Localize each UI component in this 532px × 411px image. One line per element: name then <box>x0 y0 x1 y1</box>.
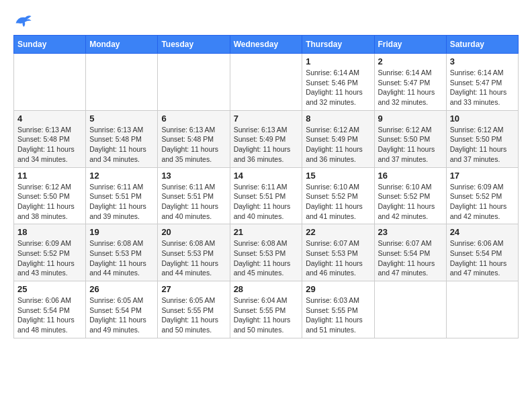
day-info: Sunrise: 6:04 AM Sunset: 5:55 PM Dayligh… <box>234 295 299 335</box>
calendar-week-row: 18Sunrise: 6:09 AM Sunset: 5:52 PM Dayli… <box>14 224 519 281</box>
day-number: 7 <box>234 113 299 124</box>
day-number: 1 <box>306 56 370 66</box>
day-info: Sunrise: 6:03 AM Sunset: 5:55 PM Dayligh… <box>306 295 370 335</box>
day-info: Sunrise: 6:07 AM Sunset: 5:53 PM Dayligh… <box>306 238 370 278</box>
calendar-cell: 6Sunrise: 6:13 AM Sunset: 5:48 PM Daylig… <box>158 110 230 167</box>
day-info: Sunrise: 6:14 AM Sunset: 5:47 PM Dayligh… <box>450 68 515 107</box>
day-info: Sunrise: 6:13 AM Sunset: 5:49 PM Dayligh… <box>234 125 299 165</box>
day-number: 2 <box>378 56 443 66</box>
day-number: 9 <box>378 113 443 124</box>
day-info: Sunrise: 6:11 AM Sunset: 5:51 PM Dayligh… <box>89 182 154 222</box>
day-number: 16 <box>378 171 443 181</box>
col-header-wednesday: Wednesday <box>230 36 302 54</box>
day-number: 22 <box>306 227 370 237</box>
day-number: 24 <box>450 227 515 237</box>
calendar-cell: 7Sunrise: 6:13 AM Sunset: 5:49 PM Daylig… <box>230 110 302 167</box>
calendar-cell: 21Sunrise: 6:08 AM Sunset: 5:53 PM Dayli… <box>230 224 302 281</box>
day-number: 8 <box>306 113 370 124</box>
logo <box>13 13 35 28</box>
day-number: 26 <box>89 284 154 294</box>
col-header-monday: Monday <box>86 36 158 54</box>
day-number: 15 <box>306 171 370 181</box>
calendar-week-row: 1Sunrise: 6:14 AM Sunset: 5:46 PM Daylig… <box>14 54 519 111</box>
day-info: Sunrise: 6:13 AM Sunset: 5:48 PM Dayligh… <box>161 125 226 165</box>
day-info: Sunrise: 6:08 AM Sunset: 5:53 PM Dayligh… <box>89 238 154 278</box>
calendar-cell <box>446 281 518 338</box>
day-number: 17 <box>450 171 515 181</box>
page-header <box>13 13 519 28</box>
day-number: 28 <box>234 284 299 294</box>
day-number: 27 <box>161 284 226 294</box>
day-number: 11 <box>17 171 82 181</box>
day-number: 4 <box>17 113 82 124</box>
day-number: 18 <box>17 227 82 237</box>
calendar-cell: 11Sunrise: 6:12 AM Sunset: 5:50 PM Dayli… <box>14 167 86 224</box>
calendar-cell: 13Sunrise: 6:11 AM Sunset: 5:51 PM Dayli… <box>158 167 230 224</box>
day-info: Sunrise: 6:05 AM Sunset: 5:54 PM Dayligh… <box>89 295 154 335</box>
calendar-cell: 3Sunrise: 6:14 AM Sunset: 5:47 PM Daylig… <box>446 54 518 111</box>
calendar-cell <box>14 54 86 111</box>
calendar-cell: 27Sunrise: 6:05 AM Sunset: 5:55 PM Dayli… <box>158 281 230 338</box>
day-number: 21 <box>234 227 299 237</box>
day-info: Sunrise: 6:10 AM Sunset: 5:52 PM Dayligh… <box>378 182 443 222</box>
calendar-cell: 26Sunrise: 6:05 AM Sunset: 5:54 PM Dayli… <box>86 281 158 338</box>
calendar-cell: 18Sunrise: 6:09 AM Sunset: 5:52 PM Dayli… <box>14 224 86 281</box>
calendar-cell: 29Sunrise: 6:03 AM Sunset: 5:55 PM Dayli… <box>302 281 374 338</box>
calendar-cell: 24Sunrise: 6:06 AM Sunset: 5:54 PM Dayli… <box>446 224 518 281</box>
calendar-cell <box>374 281 446 338</box>
calendar-cell: 10Sunrise: 6:12 AM Sunset: 5:50 PM Dayli… <box>446 110 518 167</box>
day-info: Sunrise: 6:07 AM Sunset: 5:54 PM Dayligh… <box>378 238 443 278</box>
day-info: Sunrise: 6:11 AM Sunset: 5:51 PM Dayligh… <box>234 182 299 222</box>
calendar-table: SundayMondayTuesdayWednesdayThursdayFrid… <box>13 35 519 338</box>
calendar-cell: 8Sunrise: 6:12 AM Sunset: 5:49 PM Daylig… <box>302 110 374 167</box>
day-info: Sunrise: 6:09 AM Sunset: 5:52 PM Dayligh… <box>450 182 515 222</box>
calendar-week-row: 4Sunrise: 6:13 AM Sunset: 5:48 PM Daylig… <box>14 110 519 167</box>
logo-bird-icon <box>13 13 32 28</box>
calendar-cell: 19Sunrise: 6:08 AM Sunset: 5:53 PM Dayli… <box>86 224 158 281</box>
day-info: Sunrise: 6:06 AM Sunset: 5:54 PM Dayligh… <box>450 238 515 278</box>
day-number: 19 <box>89 227 154 237</box>
calendar-cell: 1Sunrise: 6:14 AM Sunset: 5:46 PM Daylig… <box>302 54 374 111</box>
day-info: Sunrise: 6:11 AM Sunset: 5:51 PM Dayligh… <box>161 182 226 222</box>
day-info: Sunrise: 6:14 AM Sunset: 5:46 PM Dayligh… <box>306 68 370 107</box>
col-header-tuesday: Tuesday <box>158 36 230 54</box>
day-info: Sunrise: 6:14 AM Sunset: 5:47 PM Dayligh… <box>378 68 443 107</box>
day-info: Sunrise: 6:12 AM Sunset: 5:49 PM Dayligh… <box>306 125 370 165</box>
day-number: 3 <box>450 56 515 66</box>
day-number: 23 <box>378 227 443 237</box>
calendar-header-row: SundayMondayTuesdayWednesdayThursdayFrid… <box>14 36 519 54</box>
day-info: Sunrise: 6:13 AM Sunset: 5:48 PM Dayligh… <box>89 125 154 165</box>
calendar-cell: 14Sunrise: 6:11 AM Sunset: 5:51 PM Dayli… <box>230 167 302 224</box>
calendar-cell <box>86 54 158 111</box>
day-info: Sunrise: 6:08 AM Sunset: 5:53 PM Dayligh… <box>161 238 226 278</box>
day-number: 20 <box>161 227 226 237</box>
day-info: Sunrise: 6:08 AM Sunset: 5:53 PM Dayligh… <box>234 238 299 278</box>
day-number: 5 <box>89 113 154 124</box>
calendar-week-row: 11Sunrise: 6:12 AM Sunset: 5:50 PM Dayli… <box>14 167 519 224</box>
col-header-thursday: Thursday <box>302 36 374 54</box>
day-info: Sunrise: 6:06 AM Sunset: 5:54 PM Dayligh… <box>17 295 82 335</box>
day-info: Sunrise: 6:05 AM Sunset: 5:55 PM Dayligh… <box>161 295 226 335</box>
calendar-cell: 2Sunrise: 6:14 AM Sunset: 5:47 PM Daylig… <box>374 54 446 111</box>
calendar-cell: 12Sunrise: 6:11 AM Sunset: 5:51 PM Dayli… <box>86 167 158 224</box>
calendar-cell: 16Sunrise: 6:10 AM Sunset: 5:52 PM Dayli… <box>374 167 446 224</box>
col-header-sunday: Sunday <box>14 36 86 54</box>
calendar-cell: 9Sunrise: 6:12 AM Sunset: 5:50 PM Daylig… <box>374 110 446 167</box>
calendar-cell: 28Sunrise: 6:04 AM Sunset: 5:55 PM Dayli… <box>230 281 302 338</box>
calendar-cell: 23Sunrise: 6:07 AM Sunset: 5:54 PM Dayli… <box>374 224 446 281</box>
col-header-friday: Friday <box>374 36 446 54</box>
day-number: 12 <box>89 171 154 181</box>
calendar-cell: 5Sunrise: 6:13 AM Sunset: 5:48 PM Daylig… <box>86 110 158 167</box>
day-info: Sunrise: 6:12 AM Sunset: 5:50 PM Dayligh… <box>17 182 82 222</box>
day-info: Sunrise: 6:12 AM Sunset: 5:50 PM Dayligh… <box>378 125 443 165</box>
day-number: 13 <box>161 171 226 181</box>
day-number: 14 <box>234 171 299 181</box>
day-number: 10 <box>450 113 515 124</box>
calendar-cell: 17Sunrise: 6:09 AM Sunset: 5:52 PM Dayli… <box>446 167 518 224</box>
calendar-cell <box>158 54 230 111</box>
calendar-cell <box>230 54 302 111</box>
calendar-cell: 15Sunrise: 6:10 AM Sunset: 5:52 PM Dayli… <box>302 167 374 224</box>
day-number: 6 <box>161 113 226 124</box>
day-info: Sunrise: 6:13 AM Sunset: 5:48 PM Dayligh… <box>17 125 82 165</box>
calendar-cell: 25Sunrise: 6:06 AM Sunset: 5:54 PM Dayli… <box>14 281 86 338</box>
